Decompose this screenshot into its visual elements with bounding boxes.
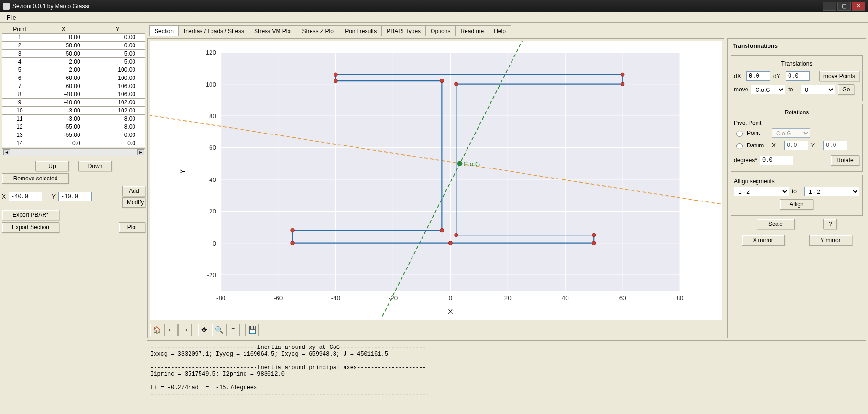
svg-point-44: [621, 82, 624, 86]
menu-file[interactable]: File: [4, 13, 19, 22]
align-button[interactable]: Allign: [780, 199, 813, 210]
zoom-icon[interactable]: 🔍: [212, 324, 225, 336]
svg-point-49: [440, 228, 444, 232]
dy-input[interactable]: [786, 71, 810, 81]
col-point[interactable]: Point: [2, 25, 37, 34]
svg-text:80: 80: [677, 294, 684, 302]
svg-text:120: 120: [206, 49, 216, 56]
close-button[interactable]: ✕: [852, 2, 865, 11]
table-row[interactable]: 52.00100.00: [2, 66, 145, 74]
rotations-group: Rotations Pivot Point Point C.o.G Datum …: [731, 104, 863, 172]
table-row[interactable]: 42.005.00: [2, 58, 145, 66]
svg-point-40: [592, 241, 596, 245]
down-button[interactable]: Down: [78, 161, 112, 171]
modify-button[interactable]: Modify: [122, 197, 145, 208]
add-button[interactable]: Add: [122, 186, 145, 196]
up-button[interactable]: Up: [35, 161, 69, 171]
rotate-button[interactable]: Rotate: [831, 155, 859, 166]
svg-text:-80: -80: [216, 294, 225, 302]
y-mirror-button[interactable]: Y mirror: [809, 235, 852, 246]
table-hscroll[interactable]: ◄ ►: [2, 148, 145, 156]
maximize-button[interactable]: ▢: [837, 2, 851, 11]
save-icon[interactable]: 💾: [245, 324, 259, 336]
y-input[interactable]: [58, 192, 92, 201]
datum-y-label: Y: [811, 142, 821, 149]
table-row[interactable]: 8-40.00106.00: [2, 90, 145, 99]
output-log[interactable]: -------------------------------Inertia a…: [147, 340, 866, 412]
tab-pbarl-types[interactable]: PBARL types: [381, 25, 426, 36]
tab-options[interactable]: Options: [425, 25, 456, 36]
pivot-point-label: Point: [747, 130, 769, 136]
go-button[interactable]: Go: [838, 84, 854, 95]
tab-section[interactable]: Section: [149, 25, 179, 36]
pivot-point-select[interactable]: C.o.G: [772, 128, 810, 138]
tab-stress-z-plot[interactable]: Stress Z Plot: [297, 25, 340, 36]
help-button[interactable]: ?: [823, 219, 837, 229]
x-label: X: [2, 193, 6, 200]
table-row[interactable]: 12-55.008.00: [2, 123, 145, 131]
y-label: Y: [52, 193, 56, 200]
dy-label: dY: [773, 73, 783, 79]
table-row[interactable]: 11-3.008.00: [2, 115, 145, 123]
datum-x-label: X: [772, 142, 781, 149]
table-row[interactable]: 760.00106.00: [2, 82, 145, 90]
forward-icon[interactable]: →: [178, 324, 192, 336]
plot-button[interactable]: Plot: [119, 222, 145, 233]
table-row[interactable]: 10.000.00: [2, 34, 145, 42]
col-x[interactable]: X: [37, 25, 90, 34]
svg-text:40: 40: [562, 294, 569, 302]
scroll-right-icon[interactable]: ►: [137, 149, 144, 155]
degrees-input[interactable]: [760, 156, 793, 165]
tab-point-results[interactable]: Point results: [340, 25, 382, 36]
table-row[interactable]: 140.00.0: [2, 139, 145, 147]
move-to-label: to: [788, 86, 798, 93]
col-y[interactable]: Y: [90, 25, 145, 34]
table-row[interactable]: 10-3.00102.00: [2, 107, 145, 115]
x-mirror-button[interactable]: X mirror: [742, 235, 785, 246]
export-pbar-button[interactable]: Export PBAR*: [2, 210, 59, 220]
tab-read-me[interactable]: Read me: [455, 25, 489, 36]
move-from-select[interactable]: C.o.G: [751, 85, 785, 94]
dx-input[interactable]: [746, 71, 770, 81]
align-from-select[interactable]: 1 - 2: [734, 187, 789, 196]
scale-button[interactable]: Scale: [757, 219, 795, 229]
table-row[interactable]: 13-55.000.00: [2, 131, 145, 139]
remove-selected-button[interactable]: Remove selected: [2, 173, 69, 184]
plot-toolbar: 🏠 ← → ✥ 🔍 ≡ 💾: [148, 322, 724, 338]
svg-text:Y: Y: [178, 169, 186, 174]
points-table[interactable]: Point X Y 10.000.00250.000.00350.005.004…: [2, 25, 145, 147]
tab-stress-vm-plot[interactable]: Stress VM Plot: [249, 25, 297, 36]
table-row[interactable]: 660.00100.00: [2, 74, 145, 82]
x-input[interactable]: [9, 192, 42, 201]
table-row[interactable]: 250.000.00: [2, 42, 145, 50]
svg-text:60: 60: [619, 294, 626, 302]
svg-text:-40: -40: [331, 294, 340, 302]
tab-help[interactable]: Help: [489, 25, 511, 36]
home-icon[interactable]: 🏠: [150, 324, 163, 336]
svg-point-51: [291, 241, 295, 245]
svg-point-41: [592, 233, 596, 237]
back-icon[interactable]: ←: [164, 324, 178, 336]
move-points-button[interactable]: move Points: [819, 71, 859, 81]
svg-text:X: X: [448, 308, 453, 315]
align-to-select[interactable]: 1 - 2: [804, 187, 859, 196]
app-icon: [3, 3, 10, 10]
minimize-button[interactable]: —: [823, 2, 836, 11]
menubar: File: [0, 12, 868, 23]
pivot-datum-radio[interactable]: [736, 143, 743, 149]
datum-y-input[interactable]: [823, 141, 847, 150]
datum-x-input[interactable]: [784, 141, 808, 150]
plot-canvas[interactable]: -80-60-40-20020406080-20020406080100120X…: [150, 41, 722, 320]
table-row[interactable]: 350.005.00: [2, 50, 145, 58]
pan-icon[interactable]: ✥: [198, 324, 211, 336]
table-row[interactable]: 9-40.00102.00: [2, 99, 145, 107]
scroll-left-icon[interactable]: ◄: [3, 149, 10, 155]
svg-point-42: [454, 233, 458, 237]
svg-point-47: [334, 79, 338, 83]
export-section-button[interactable]: Export Section: [2, 222, 59, 233]
align-group: Allign segments 1 - 2 to 1 - 2 Allign: [731, 175, 863, 216]
move-to-select[interactable]: 0: [801, 85, 835, 94]
pivot-point-radio[interactable]: [736, 131, 743, 137]
configure-icon[interactable]: ≡: [226, 324, 240, 336]
tab-inertias-loads-stress[interactable]: Inertias / Loads / Stress: [178, 25, 249, 36]
